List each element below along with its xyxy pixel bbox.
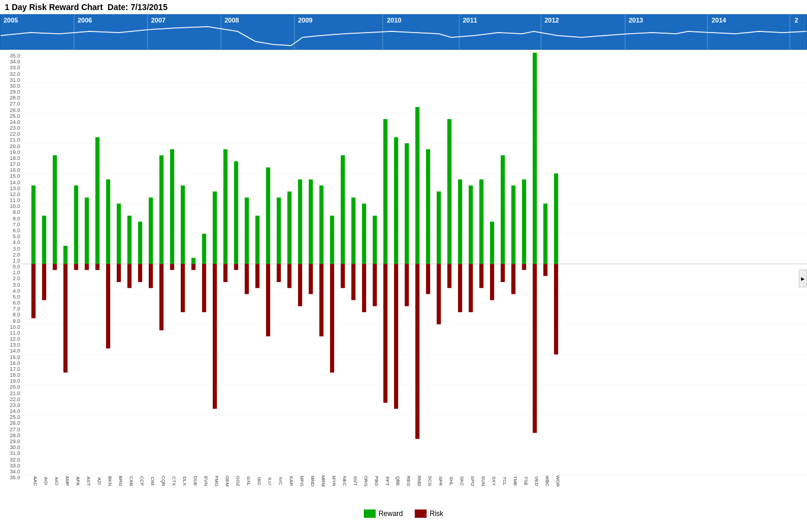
y-axis-label: 7.0 xyxy=(1,222,21,227)
svg-text:DUE: DUE xyxy=(193,476,198,486)
svg-text:BKN: BKN xyxy=(107,476,113,486)
chart-date: Date: 7/13/2015 xyxy=(108,2,168,12)
y-axis-label: 2.0 xyxy=(1,252,21,258)
y-axis-label: 15.0 xyxy=(1,354,21,360)
svg-text:2006: 2006 xyxy=(78,17,92,24)
y-axis: 35.034.033.032.031.030.029.028.027.026.0… xyxy=(0,50,23,505)
svg-text:AIO: AIO xyxy=(54,477,59,485)
svg-text:EVN: EVN xyxy=(203,476,209,486)
svg-rect-93 xyxy=(234,161,238,264)
reward-color-box xyxy=(364,509,376,518)
y-axis-label: 28.0 xyxy=(1,95,21,101)
svg-rect-67 xyxy=(138,264,142,283)
svg-rect-48 xyxy=(74,185,78,264)
svg-rect-184 xyxy=(554,264,558,355)
y-axis-label: 34.0 xyxy=(1,59,21,65)
y-axis-label: 4.0 xyxy=(1,239,21,245)
y-axis-label: 17.0 xyxy=(1,366,21,372)
svg-rect-124 xyxy=(341,264,345,289)
svg-rect-99 xyxy=(255,216,260,264)
svg-rect-69 xyxy=(149,197,153,264)
y-axis-label: 35.0 xyxy=(1,475,21,480)
svg-text:REG: REG xyxy=(406,476,411,486)
scroll-right-button[interactable]: ► xyxy=(799,270,807,287)
svg-rect-100 xyxy=(255,264,260,289)
svg-text:MND: MND xyxy=(310,476,315,486)
y-axis-label: 19.0 xyxy=(1,149,21,155)
svg-rect-36 xyxy=(31,185,36,264)
y-axis-label: 33.0 xyxy=(1,463,21,469)
svg-rect-181 xyxy=(543,264,547,276)
svg-rect-79 xyxy=(181,264,185,312)
svg-rect-174 xyxy=(522,180,526,264)
svg-rect-111 xyxy=(298,180,302,264)
svg-rect-64 xyxy=(127,264,132,289)
risk-legend-label: Risk xyxy=(430,509,443,518)
chart-title: 1 Day Risk Reward Chart xyxy=(5,2,103,12)
svg-text:PBG: PBG xyxy=(374,476,379,486)
svg-rect-162 xyxy=(479,180,483,264)
svg-rect-97 xyxy=(245,264,249,294)
svg-rect-136 xyxy=(383,264,388,403)
svg-rect-58 xyxy=(106,264,110,349)
svg-text:CAB: CAB xyxy=(129,476,134,486)
svg-rect-180 xyxy=(543,204,547,264)
svg-rect-91 xyxy=(223,264,228,283)
svg-rect-112 xyxy=(298,264,302,306)
y-axis-label: 10.0 xyxy=(1,324,21,330)
y-axis-label: 21.0 xyxy=(1,390,21,396)
svg-text:WBC: WBC xyxy=(545,476,550,487)
svg-rect-52 xyxy=(85,264,89,270)
y-axis-label: 27.0 xyxy=(1,101,21,107)
svg-text:2012: 2012 xyxy=(545,17,559,24)
y-axis-label: 7.0 xyxy=(1,306,21,312)
svg-rect-163 xyxy=(479,264,483,289)
y-axis-label: 28.0 xyxy=(1,432,21,438)
svg-rect-165 xyxy=(490,222,494,264)
svg-text:FMG: FMG xyxy=(214,476,219,486)
y-axis-label: 21.0 xyxy=(1,137,21,143)
y-axis-label: 29.0 xyxy=(1,89,21,95)
reward-legend-item: Reward xyxy=(364,509,403,518)
y-axis-label: 20.0 xyxy=(1,143,21,149)
svg-text:MRM: MRM xyxy=(321,475,326,486)
svg-text:IAG: IAG xyxy=(257,477,262,485)
chart-legend: Reward Risk xyxy=(0,507,807,520)
y-axis-label: 13.0 xyxy=(1,185,21,191)
svg-rect-172 xyxy=(511,264,515,294)
svg-text:NVT: NVT xyxy=(353,476,358,486)
svg-text:2005: 2005 xyxy=(4,17,18,24)
svg-text:GEM: GEM xyxy=(225,476,230,487)
svg-rect-147 xyxy=(426,149,430,264)
svg-text:AST: AST xyxy=(86,476,91,486)
y-axis-label: 25.0 xyxy=(1,113,21,119)
svg-rect-57 xyxy=(106,180,110,264)
svg-rect-84 xyxy=(202,234,206,264)
svg-rect-42 xyxy=(53,155,57,264)
svg-rect-171 xyxy=(511,185,515,264)
y-axis-label: 24.0 xyxy=(1,119,21,125)
y-axis-label: 23.0 xyxy=(1,402,21,408)
y-axis-label: 30.0 xyxy=(1,83,21,89)
y-axis-label: 29.0 xyxy=(1,438,21,444)
svg-rect-94 xyxy=(234,264,238,270)
svg-rect-55 xyxy=(95,264,100,270)
svg-rect-130 xyxy=(362,264,366,312)
svg-text:TSE: TSE xyxy=(523,476,529,486)
svg-rect-39 xyxy=(42,216,46,264)
y-axis-label: 18.0 xyxy=(1,155,21,161)
y-axis-label: 18.0 xyxy=(1,372,21,378)
svg-text:SFR: SFR xyxy=(438,476,443,486)
svg-rect-148 xyxy=(426,264,430,294)
svg-text:CTX: CTX xyxy=(171,476,177,486)
svg-rect-102 xyxy=(266,168,270,264)
y-axis-label: 15.0 xyxy=(1,173,21,179)
y-axis-label: 31.0 xyxy=(1,77,21,83)
svg-rect-43 xyxy=(53,264,57,270)
svg-rect-132 xyxy=(373,216,377,264)
svg-text:MYR: MYR xyxy=(331,476,337,486)
svg-rect-121 xyxy=(330,264,334,373)
svg-rect-105 xyxy=(277,197,281,264)
svg-text:2011: 2011 xyxy=(463,17,477,24)
y-axis-label: 2.0 xyxy=(1,275,21,281)
